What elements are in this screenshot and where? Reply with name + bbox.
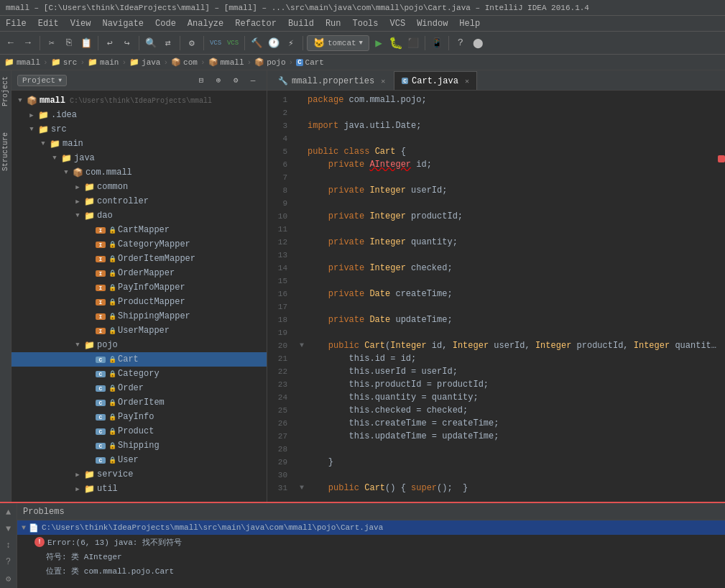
tree-pojo[interactable]: ▼ 📁 pojo [11,338,267,352]
breadcrumb-mmall2[interactable]: 📦 mmall [208,58,244,67]
help-toolbar-button[interactable]: ? [453,35,468,51]
settings-button[interactable]: ⚙ [184,35,200,51]
scroll-down-button[interactable]: ▼ [2,523,15,535]
back-button[interactable]: ← [3,35,19,51]
tree-service[interactable]: ▶ 📁 service [11,467,267,482]
tree-java[interactable]: ▼ 📁 java [11,151,267,165]
tree-orderitem[interactable]: C 🔒 OrderItem [11,395,267,410]
menu-tools[interactable]: Tools [347,17,384,30]
code-line: 12 private Integer quantity; [267,236,716,249]
title-text: mmall – [C:\Users\think\IdeaProjects\mma… [6,4,589,12]
menu-vcs[interactable]: VCS [384,17,412,30]
vcs-commit-button[interactable]: VCS [225,35,241,51]
tree-product-mapper[interactable]: I 🔒 ProductMapper [11,295,267,309]
tree-user[interactable]: C 🔒 User [11,453,267,467]
breadcrumb-src[interactable]: 📁 src [51,58,78,67]
tree-payinfo[interactable]: C 🔒 PayInfo [11,410,267,424]
tree-order[interactable]: C 🔒 Order [11,381,267,395]
tree-user-mapper[interactable]: I 🔒 UserMapper [11,323,267,338]
redo-button[interactable]: ↪ [119,35,135,51]
search-button[interactable]: 🔍 [143,35,159,51]
breadcrumb-java[interactable]: 📁 java [129,58,160,67]
close-cart-tab[interactable]: ✕ [465,77,469,86]
tree-com-mmall[interactable]: ▼ 📦 com.mmall [11,165,267,180]
menu-analyze[interactable]: Analyze [182,17,229,30]
tree-category[interactable]: C 🔒 Category [11,367,267,381]
breadcrumb-cart[interactable]: C Cart [296,58,324,67]
menu-help[interactable]: Help [453,17,486,30]
device-button[interactable]: 📱 [429,35,445,51]
tree-common[interactable]: ▶ 📁 common [11,180,267,194]
tree-shipping[interactable]: C 🔒 Shipping [11,438,267,453]
breadcrumb-com[interactable]: 📦 com [171,58,198,67]
code-line: 13 [267,249,716,262]
extra-button[interactable]: ⬤ [470,35,486,51]
tree-category-mapper[interactable]: I 🔒 CategoryMapper [11,237,267,252]
run-button[interactable]: ▶ [371,35,387,51]
tree-payinfo-mapper[interactable]: I 🔒 PayInfoMapper [11,280,267,295]
breadcrumb-pojo[interactable]: 📦 pojo [254,58,285,67]
problem-error-row[interactable]: ! Error:(6, 13) java: 找不到符号 [17,535,725,549]
menu-view[interactable]: View [65,17,97,30]
tree-dao[interactable]: ▼ 📁 dao [11,208,267,223]
minimize-panel-button[interactable]: — [245,73,261,88]
tree-product[interactable]: C 🔒 Product [11,424,267,438]
menu-refactor[interactable]: Refactor [229,17,282,30]
folder-icon: 📁 [83,196,95,207]
class-icon: C [95,385,106,392]
tab-cart-java[interactable]: C Cart.java ✕ [394,71,477,90]
history-button[interactable]: 🕐 [266,35,282,51]
forward-button[interactable]: → [20,35,36,51]
tree-controller[interactable]: ▶ 📁 controller [11,194,267,208]
debug-button[interactable]: 🐛 [388,35,404,51]
menu-build[interactable]: Build [282,17,320,30]
menu-edit[interactable]: Edit [32,17,65,30]
paste-button[interactable]: 📋 [78,35,94,51]
tree-orderitem-mapper[interactable]: I 🔒 OrderItemMapper [11,252,267,266]
tree-cart[interactable]: C 🔒 Cart [11,352,267,367]
power-button[interactable]: ⚡ [283,35,299,51]
tree-order-mapper[interactable]: I 🔒 OrderMapper [11,266,267,280]
tree-src[interactable]: ▼ 📁 src [11,122,267,137]
copy-button[interactable]: ⎘ [61,35,77,51]
build-button[interactable]: 🔨 [249,35,264,51]
bottom-area: ▲ ▼ ↕ ? ⚙ Problems ▼ 📄 C:\Users\think\Id… [0,502,725,588]
menu-code[interactable]: Code [149,17,182,30]
tree-util[interactable]: ▶ 📁 util [11,482,267,496]
project-dropdown[interactable]: Project ▼ [17,75,67,86]
class-icon: C [95,371,106,377]
scroll-up-button[interactable]: ▲ [2,506,15,518]
tree-cart-mapper[interactable]: I 🔒 CartMapper [11,223,267,237]
structure-tab[interactable]: Structure [0,127,11,177]
locate-button[interactable]: ⊕ [211,73,226,88]
project-tab[interactable]: Project [0,70,11,112]
breadcrumb-mmall[interactable]: 📁 mmall [4,58,40,67]
menu-file[interactable]: File [0,17,32,30]
settings-panel-button[interactable]: ⚙ [2,573,15,585]
settings-tree-button[interactable]: ⚙ [228,73,244,88]
expand-button[interactable]: ↕ [2,539,15,551]
collapse-all-button[interactable]: ⊟ [193,73,209,88]
problem-file-row[interactable]: ▼ 📄 C:\Users\think\IdeaProjects\mmall\sr… [17,520,725,535]
tomcat-button[interactable]: 🐱 tomcat ▼ [307,35,369,51]
tree-main[interactable]: ▼ 📁 main [11,137,267,151]
vcs-update-button[interactable]: VCS [208,35,223,51]
close-props-tab[interactable]: ✕ [381,77,385,86]
interface-icon: I [95,270,106,277]
undo-button[interactable]: ↩ [102,35,118,51]
tree-idea[interactable]: ▶ 📁 .idea [11,108,267,122]
menu-run[interactable]: Run [320,17,347,30]
menu-navigate[interactable]: Navigate [96,17,149,30]
replace-button[interactable]: ⇄ [160,35,176,51]
tab-mmall-properties[interactable]: 🔧 mmall.properties ✕ [270,71,393,90]
code-line: 5 public class Cart { [267,145,716,158]
breadcrumb-main[interactable]: 📁 main [88,58,119,67]
coverage-button[interactable]: ⬛ [405,35,421,51]
code-editor[interactable]: 1 package com.mmall.pojo; 2 3 import jav… [267,91,716,502]
tree-shipping-mapper[interactable]: I 🔒 ShippingMapper [11,309,267,323]
tree-mmall-root[interactable]: ▼ 📦 mmall C:\Users\think\IdeaProjects\mm… [11,93,267,108]
cut-button[interactable]: ✂ [44,35,60,51]
menu-window[interactable]: Window [411,17,453,30]
help-panel-button[interactable]: ? [2,556,15,569]
problem-detail1: 符号: 类 AInteger [46,551,122,562]
